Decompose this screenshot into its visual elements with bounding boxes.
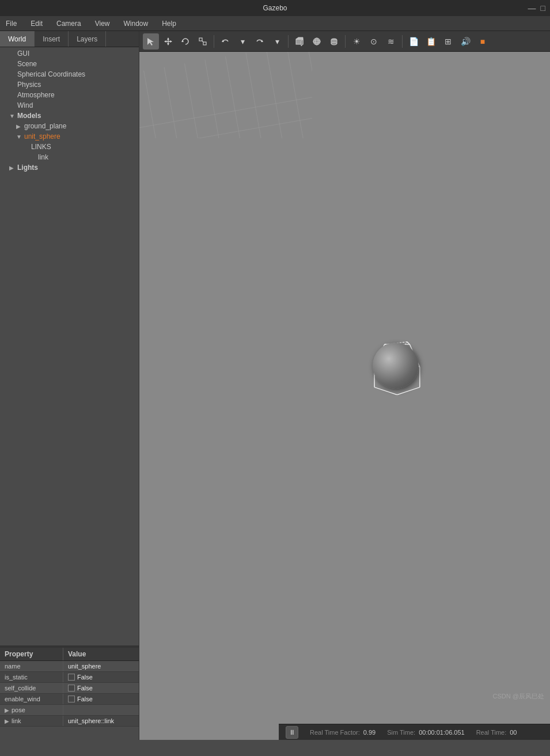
- tree-arrow-unit-sphere: ▼: [16, 134, 22, 140]
- prop-name-name: name: [0, 661, 63, 671]
- property-header: Property Value: [0, 648, 139, 661]
- tree-label-wind: Wind: [17, 101, 33, 109]
- tool-more[interactable]: 🔊: [457, 33, 473, 50]
- tool-sphere[interactable]: [309, 33, 325, 50]
- prop-value-name: unit_sphere: [63, 661, 139, 671]
- svg-marker-4: [167, 43, 169, 45]
- tool-dir-light[interactable]: ≋: [383, 33, 399, 50]
- menu-view[interactable]: View: [92, 18, 113, 29]
- menu-camera[interactable]: Camera: [53, 18, 85, 29]
- tree-item-links[interactable]: LINKS: [0, 142, 139, 152]
- svg-rect-8: [199, 38, 202, 41]
- prop-value-enable-wind[interactable]: False: [63, 694, 139, 704]
- tool-translate[interactable]: [160, 33, 176, 50]
- tree-label-spherical-coords: Spherical Coordinates: [17, 70, 85, 78]
- tab-world[interactable]: World: [0, 31, 35, 47]
- minimize-button[interactable]: —: [528, 3, 536, 13]
- menu-file[interactable]: File: [2, 18, 20, 29]
- toolbar-sep-2: [288, 35, 289, 48]
- tree-item-wind[interactable]: Wind: [0, 100, 139, 111]
- statusbar: ⏸ Real Time Factor: 0.99 Sim Time: 00:00…: [279, 724, 550, 740]
- is-static-text: False: [77, 674, 93, 681]
- prop-row-pose[interactable]: ▶ pose: [0, 705, 139, 716]
- tree-item-physics[interactable]: Physics: [0, 79, 139, 90]
- tool-select[interactable]: [143, 33, 159, 50]
- svg-line-65: [246, 53, 312, 138]
- toolbar-sep-3: [345, 35, 346, 48]
- prop-value-is-static[interactable]: False: [63, 672, 139, 682]
- real-time-factor: Real Time Factor: 0.99: [310, 729, 375, 736]
- tool-rotate[interactable]: [177, 33, 194, 50]
- tool-object[interactable]: ■: [475, 33, 491, 50]
- title-bar: Gazebo — □: [0, 0, 550, 16]
- tab-layers[interactable]: Layers: [69, 31, 106, 47]
- tool-undo-drop[interactable]: ▾: [234, 33, 251, 50]
- menu-window[interactable]: Window: [120, 18, 152, 29]
- prop-name-pose: ▶ pose: [0, 705, 63, 715]
- maximize-button[interactable]: □: [541, 3, 545, 13]
- tool-cylinder[interactable]: [326, 33, 342, 50]
- tool-copy[interactable]: 📄: [405, 33, 422, 50]
- svg-line-73: [139, 82, 203, 138]
- rtf-label: Real Time Factor:: [310, 729, 360, 736]
- tool-redo-drop[interactable]: ▾: [269, 33, 285, 50]
- svg-point-21: [331, 43, 337, 45]
- prop-row-self-collide: self_collide False: [0, 683, 139, 694]
- sphere-mesh: [373, 343, 419, 389]
- property-table: name unit_sphere is_static False self_co…: [0, 661, 139, 740]
- window-controls: — □: [528, 3, 545, 13]
- menu-help[interactable]: Help: [158, 18, 180, 29]
- menu-edit[interactable]: Edit: [27, 18, 46, 29]
- tool-spot-light[interactable]: ⊙: [366, 33, 382, 50]
- prop-row-name: name unit_sphere: [0, 661, 139, 672]
- tab-insert[interactable]: Insert: [35, 31, 69, 47]
- tree-item-link[interactable]: link: [0, 152, 139, 162]
- tree-label-scene: Scene: [17, 60, 37, 68]
- tree-item-models[interactable]: ▼ Models: [0, 111, 139, 121]
- svg-marker-14: [296, 37, 303, 39]
- toolbar: ▾ ▾: [139, 31, 550, 52]
- svg-line-53: [287, 52, 312, 138]
- sim-time: Sim Time: 00:00:01:06.051: [387, 729, 464, 736]
- pause-button[interactable]: ⏸: [286, 726, 298, 739]
- prop-name-enable-wind: enable_wind: [0, 694, 63, 704]
- svg-rect-9: [203, 42, 206, 45]
- prop-row-is-static: is_static False: [0, 672, 139, 683]
- enable-wind-checkbox[interactable]: [68, 696, 75, 702]
- watermark: CSDN @辰风巳处: [493, 692, 544, 701]
- tab-bar: World Insert Layers: [0, 31, 139, 47]
- tree-item-spherical-coords[interactable]: Spherical Coordinates: [0, 69, 139, 79]
- tool-redo[interactable]: [252, 33, 268, 50]
- tree-item-unit-sphere[interactable]: ▼ unit_sphere: [0, 131, 139, 142]
- svg-point-16: [313, 38, 320, 45]
- prop-value-pose: [63, 705, 139, 715]
- tree-arrow-lights: ▶: [9, 165, 15, 171]
- is-static-checkbox[interactable]: [68, 674, 75, 681]
- tool-point-light[interactable]: ☀: [348, 33, 365, 50]
- svg-line-54: [307, 52, 312, 138]
- tool-undo[interactable]: [217, 33, 233, 50]
- tool-box[interactable]: [291, 33, 308, 50]
- tree-item-gui[interactable]: GUI: [0, 48, 139, 59]
- viewport[interactable]: ▾ ▾: [139, 31, 550, 740]
- canvas-area[interactable]: CSDN @辰风巳处: [139, 52, 550, 724]
- self-collide-checkbox[interactable]: [68, 685, 75, 692]
- enable-wind-text: False: [77, 696, 93, 702]
- pose-arrow-icon: ▶: [5, 707, 9, 713]
- svg-line-49: [139, 81, 312, 138]
- tree-label-ground-plane: ground_plane: [24, 122, 66, 130]
- tool-snap[interactable]: ⊞: [440, 33, 456, 50]
- tree-item-scene[interactable]: Scene: [0, 59, 139, 69]
- tree-item-atmosphere[interactable]: Atmosphere: [0, 90, 139, 100]
- tool-scale[interactable]: [195, 33, 211, 50]
- prop-value-self-collide[interactable]: False: [63, 683, 139, 693]
- sphere-object[interactable]: [364, 334, 433, 403]
- real-time-label: Real Time:: [476, 729, 507, 736]
- tree-label-atmosphere: Atmosphere: [17, 91, 55, 99]
- prop-row-link[interactable]: ▶ link unit_sphere::link: [0, 716, 139, 727]
- tree-item-ground-plane[interactable]: ▶ ground_plane: [0, 121, 139, 131]
- toolbar-sep-4: [402, 35, 403, 48]
- tool-paste[interactable]: 📋: [423, 33, 439, 50]
- tree-item-lights[interactable]: ▶ Lights: [0, 162, 139, 173]
- prop-row-enable-wind: enable_wind False: [0, 694, 139, 705]
